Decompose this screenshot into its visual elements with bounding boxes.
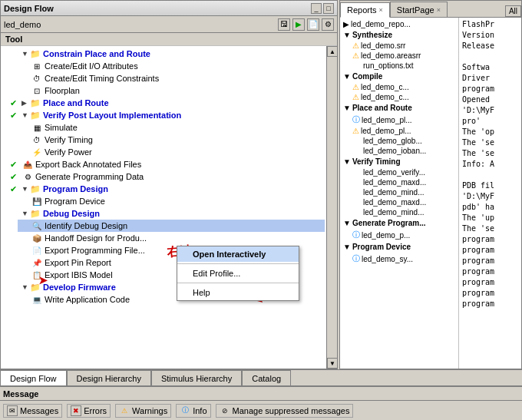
section-label: Program Device xyxy=(352,243,411,251)
errors-button[interactable]: ✖ Errors xyxy=(67,404,111,418)
context-menu-edit-profile[interactable]: Edit Profile... xyxy=(177,266,299,281)
report-item-vt4[interactable]: led_demo_maxd... xyxy=(342,197,457,207)
run-icon[interactable]: ▶ xyxy=(292,18,305,31)
tree-item-program-device[interactable]: 💾 Program Device xyxy=(18,195,325,207)
tab-startpage[interactable]: StartPage × xyxy=(390,2,448,17)
tree-item-verify-power[interactable]: ⚡ Verify Power xyxy=(18,146,325,158)
warnings-button[interactable]: ⚠ Warnings xyxy=(115,404,171,418)
report-section-synthesize[interactable]: ▼ Synthesize xyxy=(342,29,457,41)
tab-startpage-label: StartPage xyxy=(397,5,434,15)
report-item-compile1[interactable]: ⚠ led_demo_c... xyxy=(342,82,457,92)
expand-icon: ▼ xyxy=(343,157,351,166)
tree-item-handoff[interactable]: 📦 Handoff Design for Produ... xyxy=(18,232,325,244)
tree-item-verify-post[interactable]: ✔ ▼ 📁 Verify Post Layout Implementation xyxy=(8,109,325,121)
context-menu-help[interactable]: Help xyxy=(177,285,299,300)
tree-item-program-design[interactable]: ✔ ▼ 📁 Program Design xyxy=(8,183,325,195)
sim-icon: ▦ xyxy=(31,122,43,133)
item-label: led_demo_p... xyxy=(362,231,410,240)
tab-close-reports[interactable]: × xyxy=(379,6,383,14)
message-label: Message xyxy=(3,389,38,399)
tab-catalog[interactable]: Catalog xyxy=(242,370,291,385)
tab-stimulus-hierarchy[interactable]: Stimulus Hierarchy xyxy=(151,370,242,385)
tree-item-verify-timing[interactable]: ⏱ Verify Timing xyxy=(18,134,325,146)
detail-line: Info: A xyxy=(462,159,518,170)
context-menu-open[interactable]: Open Interactively xyxy=(177,246,299,262)
check-space xyxy=(10,209,21,218)
report-section-gen-prog[interactable]: ▼ Generate Program... xyxy=(342,217,457,229)
gen-icon: ⚙ xyxy=(21,171,34,182)
info-button[interactable]: ⓘ Info xyxy=(176,404,210,418)
tree-item-export-back[interactable]: ✔ 📤 Export Back Annotated Files xyxy=(8,158,325,170)
report-item-areasrr[interactable]: ⚠ led_demo.areasrr xyxy=(342,51,457,61)
report-item-par1[interactable]: ⓘ led_demo_pl... xyxy=(342,114,457,126)
report-item-vt3[interactable]: led_demo_mind... xyxy=(342,187,457,197)
tab-design-flow[interactable]: Design Flow xyxy=(0,370,67,385)
report-item-par4[interactable]: led_demo_ioban... xyxy=(342,146,457,156)
maximize-button[interactable]: □ xyxy=(323,3,334,14)
item-label: Verify Timing xyxy=(45,135,93,144)
expand-icon: ▼ xyxy=(343,72,351,81)
minimize-button[interactable]: _ xyxy=(311,3,322,14)
check-space xyxy=(19,135,30,144)
item-label: led_demo_verify... xyxy=(363,168,425,177)
item-label: Place and Route xyxy=(43,98,109,107)
detail-line: Version xyxy=(462,30,518,41)
report-root[interactable]: ▶ led_demo_repo... xyxy=(342,19,457,29)
all-button[interactable]: All xyxy=(505,5,521,17)
item-label: led_demo_sy... xyxy=(362,255,413,263)
settings-icon[interactable]: ⚙ xyxy=(322,18,334,31)
tab-design-hierarchy[interactable]: Design Hierarchy xyxy=(67,370,151,385)
report-section-prog-device[interactable]: ▼ Program Device xyxy=(342,241,457,253)
report-item-gp1[interactable]: ⓘ led_demo_p... xyxy=(342,229,457,241)
report-item-vt5[interactable]: led_demo_mind... xyxy=(342,207,457,217)
report-item-vt1[interactable]: led_demo_verify... xyxy=(342,167,457,177)
report-item-par2[interactable]: ⚠ led_demo_pl... xyxy=(342,126,457,136)
tree-item-simulate[interactable]: ▦ Simulate xyxy=(18,121,325,134)
debug-icon: 🔍 xyxy=(31,220,43,231)
expand-icon: ▼ xyxy=(343,219,351,227)
tree-item-constrain-place-route[interactable]: ▼ 📁 Constrain Place and Route xyxy=(8,48,325,60)
doc-icon[interactable]: 📄 xyxy=(307,18,319,31)
expand-icon: ▼ xyxy=(21,210,29,217)
check-space xyxy=(19,270,30,279)
expand-icon: ▼ xyxy=(21,185,29,193)
item-label: led_demo_glob... xyxy=(363,137,422,145)
tree-item-debug-design[interactable]: ▼ 📁 Debug Design xyxy=(8,207,325,220)
report-section-compile[interactable]: ▼ Compile xyxy=(342,71,457,82)
detail-line: Driver xyxy=(462,73,518,84)
tree-item-create-edit-timing[interactable]: ⏱ Create/Edit Timing Constraints xyxy=(18,72,325,84)
tree-item-generate-prog[interactable]: ✔ ⚙ Generate Programming Data xyxy=(8,170,325,183)
check-space xyxy=(19,123,30,132)
report-item-pd1[interactable]: ⓘ led_demo_sy... xyxy=(342,253,457,265)
warnings-icon: ⚠ xyxy=(119,405,130,416)
save-icon[interactable]: 🖫 xyxy=(278,18,290,31)
item-label: Program Device xyxy=(45,197,105,206)
report-item-compile2[interactable]: ⚠ led_demo_c... xyxy=(342,92,457,102)
report-item-run-options[interactable]: run_options.txt xyxy=(342,61,457,71)
detail-line: Softwa xyxy=(462,62,518,73)
expand-icon: ▶ xyxy=(21,99,29,107)
manage-suppressed-button[interactable]: ⊘ Manage suppressed messages xyxy=(216,404,354,418)
expand-icon: ▼ xyxy=(21,50,29,58)
reports-content: ▶ led_demo_repo... ▼ Synthesize ⚠ led_de… xyxy=(340,18,521,369)
detail-line: program xyxy=(462,245,518,256)
tree-item-floorplan[interactable]: ⊡ Floorplan xyxy=(18,84,325,97)
report-item-par3[interactable]: led_demo_glob... xyxy=(342,136,457,146)
tab-reports[interactable]: Reports × xyxy=(340,2,390,18)
scroll-down-button[interactable]: ▼ xyxy=(327,358,338,369)
section-label: Synthesize xyxy=(352,31,392,39)
tree-item-identify-debug[interactable]: 🔍 Identify Debug Design xyxy=(18,220,325,232)
section-label: Place and Route xyxy=(352,104,412,112)
report-section-verify-timing[interactable]: ▼ Verify Timing xyxy=(342,156,457,167)
tab-close-startpage[interactable]: × xyxy=(437,6,441,14)
report-section-par[interactable]: ▼ Place and Route xyxy=(342,102,457,114)
scrollbar[interactable]: ▲ ▼ xyxy=(326,46,337,369)
report-item-srr[interactable]: ⚠ led_demo.srr xyxy=(342,41,457,51)
report-item-vt2[interactable]: led_demo_maxd... xyxy=(342,177,457,187)
tree-item-place-route[interactable]: ✔ ▶ 📁 Place and Route xyxy=(8,97,325,109)
tree-item-create-edit-io[interactable]: ⊞ Create/Edit I/O Attributes xyxy=(18,60,325,72)
messages-button[interactable]: ✉ Messages xyxy=(3,404,62,418)
io-icon: ⊞ xyxy=(31,61,43,71)
scroll-up-button[interactable]: ▲ xyxy=(327,46,338,57)
device-icon: 💾 xyxy=(31,196,43,207)
